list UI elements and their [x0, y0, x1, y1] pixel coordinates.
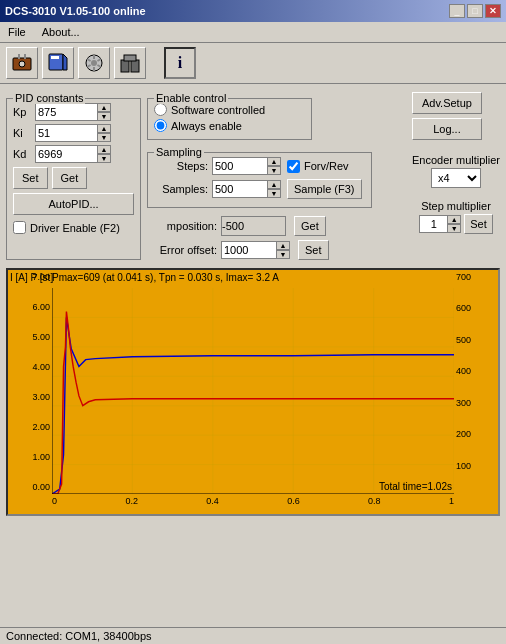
samples-label: Samples:	[154, 183, 212, 195]
kp-down[interactable]: ▼	[97, 112, 111, 121]
ki-input[interactable]	[35, 124, 97, 142]
pid-ki-row: Ki ▲ ▼	[13, 124, 134, 142]
title-bar: DCS-3010 V1.05-100 online _ □ ✕	[0, 0, 506, 22]
error-offset-input[interactable]	[221, 241, 276, 259]
pid-get-button[interactable]: Get	[52, 167, 88, 189]
svg-rect-15	[121, 60, 129, 72]
total-time: Total time=1.02s	[379, 481, 452, 492]
chart-x-axis: 0 0.2 0.4 0.6 0.8 1	[52, 494, 454, 514]
toolbar-btn-1[interactable]	[6, 47, 38, 79]
mposition-get-button[interactable]: Get	[294, 216, 326, 236]
svg-rect-16	[131, 60, 139, 72]
enable-control-panel: Enable control Software controlled Alway…	[147, 98, 312, 140]
forv-rev-checkbox[interactable]	[287, 160, 300, 173]
status-text: Connected: COM1, 38400bps	[6, 630, 152, 642]
kd-input[interactable]	[35, 145, 97, 163]
pid-buttons: Set Get	[13, 167, 134, 189]
ki-up[interactable]: ▲	[97, 124, 111, 133]
menu-file[interactable]: File	[4, 24, 30, 40]
steps-row: Steps: ▲ ▼ Forv/Rev	[154, 157, 365, 175]
software-controlled-radio[interactable]	[154, 103, 167, 116]
step-up[interactable]: ▲	[447, 215, 461, 224]
always-enable-text: Always enable	[171, 120, 242, 132]
driver-enable-label: Driver Enable (F2)	[30, 222, 120, 234]
always-enable-radio[interactable]	[154, 119, 167, 132]
top-row: PID constants Kp ▲ ▼ Ki ▲ ▼	[6, 90, 500, 260]
title-bar-buttons: _ □ ✕	[449, 4, 501, 18]
toolbar-btn-2[interactable]	[42, 47, 74, 79]
kp-input[interactable]	[35, 103, 97, 121]
kd-up[interactable]: ▲	[97, 145, 111, 154]
svg-rect-2	[18, 54, 20, 59]
svg-rect-3	[24, 54, 26, 59]
adv-setup-button[interactable]: Adv.Setup	[412, 92, 482, 114]
kd-down[interactable]: ▼	[97, 154, 111, 163]
svg-marker-5	[63, 54, 67, 70]
mposition-row: mposition: Get	[147, 216, 372, 236]
pid-kd-row: Kd ▲ ▼	[13, 145, 134, 163]
steps-down[interactable]: ▼	[267, 166, 281, 175]
adv-setup-area: Adv.Setup Log...	[412, 90, 500, 140]
minimize-button[interactable]: _	[449, 4, 465, 18]
kp-spinners: ▲ ▼	[97, 103, 111, 121]
chart-y-right: 700 600 500 400 300 200 100	[454, 270, 498, 494]
window-title: DCS-3010 V1.05-100 online	[5, 5, 146, 17]
mposition-input[interactable]	[221, 216, 286, 236]
sample-button[interactable]: Sample (F3)	[287, 179, 362, 199]
error-offset-set-button[interactable]: Set	[298, 240, 329, 260]
step-multiplier-set-button[interactable]: Set	[464, 214, 493, 234]
x-label-0: 0	[52, 496, 57, 506]
autopid-button[interactable]: AutoPID...	[13, 193, 134, 215]
samples-down[interactable]: ▼	[267, 189, 281, 198]
error-offset-row: Error offset: ▲ ▼ Set	[147, 240, 372, 260]
error-offset-spinners: ▲ ▼	[276, 241, 290, 259]
toolbar-btn-3[interactable]	[78, 47, 110, 79]
software-controlled-text: Software controlled	[171, 104, 265, 116]
y-right-400: 400	[456, 366, 471, 376]
kp-input-group: ▲ ▼	[35, 103, 111, 121]
step-multiplier-spinners: ▲ ▼	[447, 215, 461, 233]
x-label-0.2: 0.2	[125, 496, 138, 506]
samples-input-group: ▲ ▼	[212, 180, 281, 198]
pid-panel-label: PID constants	[13, 92, 85, 104]
toolbar: i	[0, 43, 506, 84]
samples-input[interactable]	[212, 180, 267, 198]
step-down[interactable]: ▼	[447, 224, 461, 233]
toolbar-btn-info[interactable]: i	[164, 47, 196, 79]
svg-point-14	[91, 60, 97, 66]
y-left-1: 1.00	[32, 452, 50, 462]
driver-enable-checkbox[interactable]	[13, 221, 26, 234]
log-button[interactable]: Log...	[412, 118, 482, 140]
steps-input[interactable]	[212, 157, 267, 175]
step-multiplier-section: Step multiplier ▲ ▼ Set	[412, 200, 500, 234]
kp-label: Kp	[13, 106, 35, 118]
samples-spinners: ▲ ▼	[267, 180, 281, 198]
chart-header: Pmax=609 (at 0.041 s), Tpn = 0.030 s, Im…	[52, 272, 454, 283]
error-offset-up[interactable]: ▲	[276, 241, 290, 250]
encoder-multiplier-select[interactable]: x4 x2 x1	[431, 168, 481, 188]
enable-control-label: Enable control	[154, 92, 228, 104]
main-content: PID constants Kp ▲ ▼ Ki ▲ ▼	[0, 84, 506, 522]
menu-about[interactable]: About...	[38, 24, 84, 40]
x-label-0.8: 0.8	[368, 496, 381, 506]
chart-area: I [A] P [st] Pmax=609 (at 0.041 s), Tpn …	[6, 268, 500, 516]
samples-up[interactable]: ▲	[267, 180, 281, 189]
toolbar-btn-4[interactable]	[114, 47, 146, 79]
encoder-multiplier-label: Encoder multiplier	[412, 154, 500, 166]
pid-set-button[interactable]: Set	[13, 167, 48, 189]
y-right-600: 600	[456, 303, 471, 313]
ki-down[interactable]: ▼	[97, 133, 111, 142]
error-offset-down[interactable]: ▼	[276, 250, 290, 259]
menu-bar: File About...	[0, 22, 506, 43]
y-right-200: 200	[456, 429, 471, 439]
ki-label: Ki	[13, 127, 35, 139]
step-multiplier-input-group: ▲ ▼	[419, 215, 461, 233]
step-multiplier-input[interactable]	[419, 215, 447, 233]
steps-input-group: ▲ ▼	[212, 157, 281, 175]
close-button[interactable]: ✕	[485, 4, 501, 18]
status-bar: Connected: COM1, 38400bps	[0, 627, 506, 644]
right-panel: Adv.Setup Log... Encoder multiplier x4 x…	[412, 90, 500, 260]
maximize-button[interactable]: □	[467, 4, 483, 18]
kp-up[interactable]: ▲	[97, 103, 111, 112]
steps-up[interactable]: ▲	[267, 157, 281, 166]
